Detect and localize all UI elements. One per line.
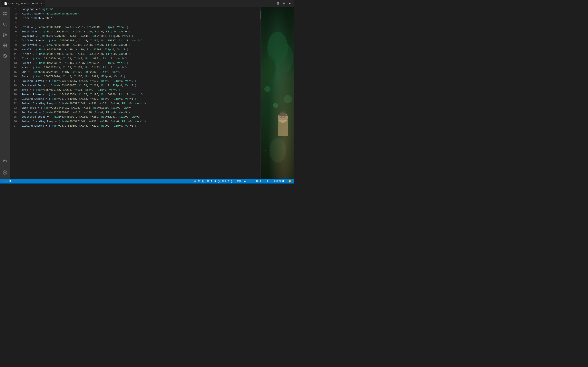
svg-rect-40 (284, 130, 284, 130)
line-num-21: 21 (11, 97, 17, 101)
svg-line-17 (3, 55, 6, 58)
indentation-spaces: 空格: 4 (236, 180, 246, 183)
line-num-4: 4 (11, 21, 17, 25)
status-position[interactable]: 第 68 行，第 1 欄 (已選取 11) (193, 179, 233, 184)
svg-rect-37 (263, 27, 264, 28)
line-num-6: 6 (11, 30, 17, 34)
line-num-18: 18 (11, 83, 17, 88)
cursor-position: 第 68 行，第 1 欄 (已選取 11) (194, 180, 232, 183)
editor-tab[interactable]: 📄 custom_room.hideout × (2, 0, 45, 7)
toggle-panel-button[interactable]: ⊟ (282, 1, 286, 6)
line-num-16: 16 (11, 75, 17, 79)
editor-area: 1 2 3 4 5 6 7 8 9 10 11 12 13 14 15 16 1… (10, 7, 294, 179)
svg-point-30 (283, 117, 285, 118)
svg-rect-14 (3, 46, 5, 47)
svg-point-8 (6, 34, 7, 35)
svg-point-34 (284, 95, 292, 103)
status-encoding[interactable]: UTF-16 LE (249, 179, 264, 184)
code-line-10: Navali = { Hash=693228958, X=149, Y=139,… (22, 48, 258, 52)
line-num-1: 1 (11, 7, 17, 12)
code-line-11: Einhar = { Hash=2684274993, X=155, Y=142… (22, 52, 258, 57)
activity-bar (0, 7, 10, 179)
line-num-24: 24 (11, 110, 17, 115)
editor-minimap[interactable] (260, 7, 261, 179)
line-num-22: 22 (11, 101, 17, 106)
activity-item-explorer[interactable] (0, 9, 10, 18)
activity-item-search[interactable] (0, 19, 10, 29)
tab-filename: custom_room.hideout (8, 2, 39, 5)
activity-item-docker[interactable] (0, 156, 10, 166)
minimap-thumb[interactable] (260, 11, 261, 19)
activity-item-source-control[interactable] (0, 30, 10, 40)
line-num-25: 25 (11, 115, 17, 119)
svg-rect-19 (5, 160, 5, 161)
line-num-9: 9 (11, 43, 17, 48)
svg-rect-39 (274, 79, 274, 79)
svg-point-21 (4, 172, 6, 173)
line-num-3: 3 (11, 16, 17, 21)
code-line-9: Map Device = { Hash=2306038834, X=299, Y… (22, 43, 258, 48)
svg-rect-1 (5, 12, 7, 13)
code-line-12: Alva = { Hash=2115859440, X=158, Y=147, … (22, 57, 258, 61)
svg-rect-2 (3, 14, 4, 15)
line-num-14: 14 (11, 66, 17, 70)
status-errors[interactable]: ✕ 0 ⚠ 0 (2, 179, 12, 184)
code-line-8: Crafting Bench = { Hash=2059629901, X=14… (22, 39, 258, 43)
line-numbers: 1 2 3 4 5 6 7 8 9 10 11 12 13 14 15 16 1… (10, 7, 20, 179)
line-num-17: 17 (11, 79, 17, 83)
code-line-1: Language = "English" (22, 7, 258, 12)
code-line-18: Scattered Books = { Hash=634450937, X=13… (22, 83, 258, 88)
line-num-23: 23 (11, 106, 17, 110)
svg-point-4 (3, 23, 6, 25)
line-ending: LF (267, 180, 270, 183)
svg-point-33 (264, 86, 270, 92)
error-count: 0 (5, 180, 6, 183)
code-line-4 (22, 21, 258, 25)
code-line-7: Waypoint = { Hash=1224707366, X=149, Y=1… (22, 34, 258, 39)
error-icon: ✕ (2, 180, 4, 183)
line-num-11: 11 (11, 52, 17, 57)
status-spaces[interactable]: 空格: 4 (236, 179, 247, 184)
code-line-14: Niko = { Hash=2906227343, X=153, Y=158, … (22, 66, 258, 70)
svg-point-6 (3, 33, 4, 34)
line-num-12: 12 (11, 57, 17, 61)
code-line-22: Ruined Standing Lamp = { Hash=3955921842… (22, 101, 258, 106)
code-line-20: Forest Flowers = { Hash=1741965589, X=16… (22, 92, 258, 97)
svg-point-35 (273, 103, 278, 108)
line-num-13: 13 (11, 61, 17, 66)
side-panel-image (261, 7, 294, 179)
svg-point-36 (269, 138, 286, 162)
line-num-15: 15 (11, 70, 17, 75)
svg-rect-41 (265, 150, 266, 151)
activity-item-extensions[interactable] (0, 41, 10, 50)
activity-item-no-connection[interactable] (0, 51, 10, 61)
code-line-6: Guild Stash = { Hash=139228481, X=205, Y… (22, 30, 258, 34)
activity-item-settings[interactable] (0, 167, 10, 177)
status-language[interactable]: Hideout (273, 179, 285, 184)
status-bell[interactable]: 🔔 (288, 179, 292, 184)
code-line-24: Red Carpet = { Hash=1255200948, X=112, Y… (22, 110, 258, 115)
language-mode: Hideout (274, 180, 285, 183)
svg-point-29 (281, 117, 282, 118)
split-editor-button[interactable]: ⧉ (276, 1, 280, 6)
warning-count: 0 (9, 180, 11, 183)
svg-point-31 (281, 117, 282, 117)
status-line-ending[interactable]: LF (266, 179, 271, 184)
more-actions-button[interactable]: ⋯ (288, 1, 292, 6)
line-num-10: 10 (11, 48, 17, 52)
tab-close-button[interactable]: × (40, 2, 43, 6)
code-line-23: Sarn Tree = { Hash=3057448481, X=188, Y=… (22, 106, 258, 110)
status-bar-right: 第 68 行，第 1 欄 (已選取 11) 空格: 4 UTF-16 LE LF… (193, 179, 292, 184)
status-bar-left: ✕ 0 ⚠ 0 (2, 179, 12, 184)
code-editor[interactable]: 1 2 3 4 5 6 7 8 9 10 11 12 13 14 15 16 1… (10, 7, 260, 179)
side-panel-decoration (261, 7, 294, 179)
code-line-13: Helena = { Hash=845403974, X=245, Y=123,… (22, 61, 258, 66)
svg-point-26 (279, 44, 293, 73)
svg-rect-20 (4, 160, 5, 160)
code-line-2: Hideout Name = "Enlightened Hideout" (22, 12, 258, 16)
line-num-27: 27 (11, 124, 17, 128)
svg-rect-18 (4, 160, 5, 161)
code-content: Language = "English" Hideout Name = "Enl… (20, 7, 260, 179)
svg-rect-13 (5, 44, 7, 45)
svg-rect-0 (3, 12, 4, 13)
